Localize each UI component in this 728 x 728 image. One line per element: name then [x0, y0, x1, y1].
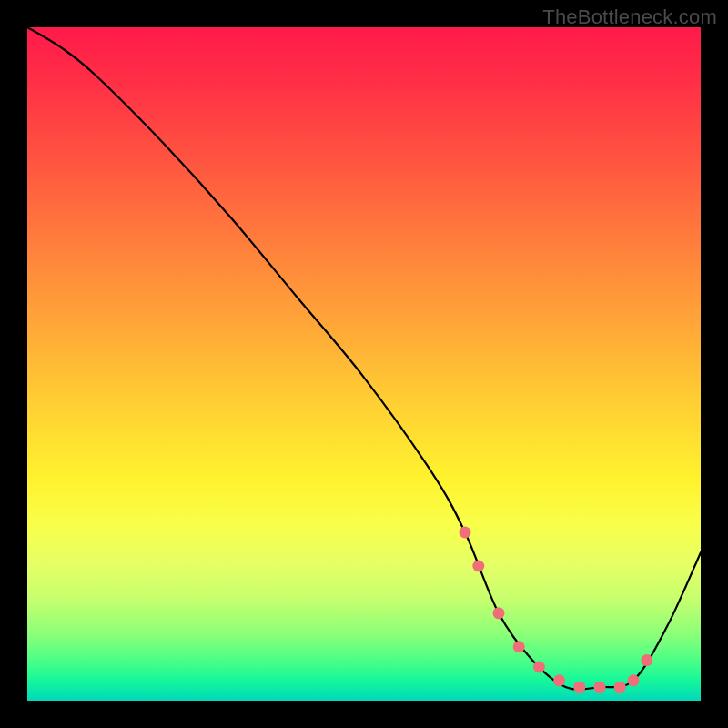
marker-dot [513, 641, 525, 652]
marker-dot [493, 607, 505, 619]
marker-dot [553, 674, 565, 686]
marker-dot [628, 674, 640, 686]
highlight-markers [460, 527, 653, 693]
marker-dot [614, 682, 626, 693]
bottleneck-curve [27, 27, 701, 690]
marker-dot [573, 682, 585, 693]
watermark-text: TheBottleneck.com [542, 5, 717, 29]
marker-dot [460, 527, 471, 539]
marker-dot [472, 561, 484, 572]
chart-svg [27, 27, 701, 701]
marker-dot [641, 654, 652, 666]
marker-dot [533, 662, 545, 673]
chart-container: TheBottleneck.com [0, 0, 728, 728]
marker-dot [594, 682, 606, 693]
plot-area [27, 27, 701, 701]
